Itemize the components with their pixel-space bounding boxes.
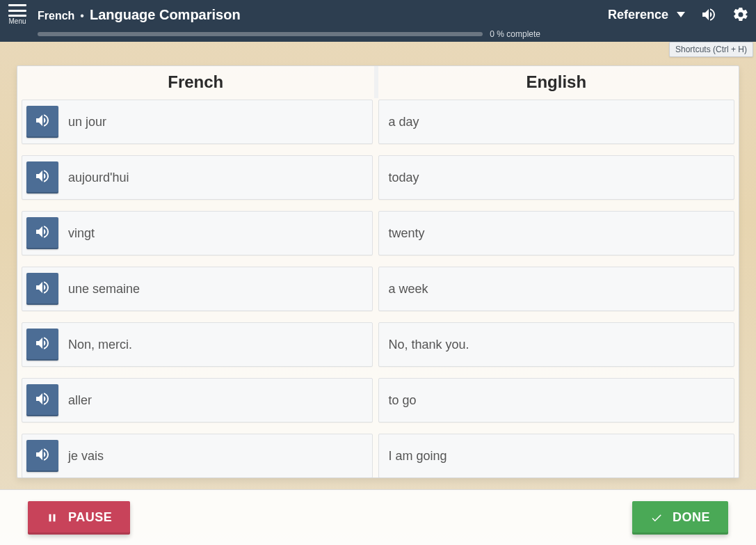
play-audio-button[interactable] — [26, 161, 58, 193]
english-cell: twenty — [378, 211, 735, 255]
speaker-icon — [34, 279, 51, 299]
french-text: un jour — [68, 115, 106, 129]
menu-button[interactable]: Menu — [4, 3, 31, 26]
french-text: aller — [68, 393, 92, 408]
comparison-card: French English un joura dayaujourd'huito… — [17, 65, 739, 478]
entry-row: une semainea week — [22, 267, 734, 311]
title-separator: • — [80, 10, 84, 22]
hamburger-icon — [8, 4, 26, 17]
english-text: twenty — [389, 226, 425, 241]
entry-row: aujourd'huitoday — [22, 155, 734, 200]
top-bar: Menu French • Language Comparison Refere… — [0, 0, 756, 29]
progress-bar-row: 0 % complete — [0, 29, 756, 42]
reference-dropdown[interactable]: Reference — [608, 8, 685, 22]
shortcuts-chip[interactable]: Shortcuts (Ctrl + H) — [669, 42, 753, 57]
english-text: I am going — [389, 449, 447, 464]
english-cell: a day — [378, 100, 735, 144]
speaker-icon — [34, 390, 51, 410]
done-button[interactable]: DONE — [632, 501, 728, 535]
entry-row: allerto go — [22, 378, 734, 422]
title-language: French — [38, 10, 74, 22]
play-audio-button[interactable] — [26, 329, 58, 361]
entries-list[interactable]: un joura dayaujourd'huitodayvingttwentyu… — [17, 98, 739, 477]
english-text: No, thank you. — [389, 338, 469, 352]
done-label: DONE — [673, 510, 710, 525]
english-cell: No, thank you. — [378, 322, 735, 367]
speaker-icon — [34, 168, 51, 187]
french-cell: vingt — [22, 211, 373, 255]
play-audio-button[interactable] — [26, 106, 58, 138]
play-audio-button[interactable] — [26, 273, 58, 305]
pause-icon — [46, 512, 58, 524]
english-cell: a week — [378, 267, 735, 311]
chevron-down-icon — [677, 12, 685, 17]
menu-label: Menu — [8, 18, 26, 25]
footer-bar: PAUSE DONE — [0, 489, 756, 545]
shortcuts-label: Shortcuts (Ctrl + H) — [675, 45, 747, 54]
entry-row: vingttwenty — [22, 211, 734, 255]
header-french: French — [17, 66, 378, 98]
french-text: vingt — [68, 226, 95, 241]
entry-row: Non, merci.No, thank you. — [22, 322, 734, 367]
french-cell: aujourd'hui — [22, 155, 373, 200]
pause-button[interactable]: PAUSE — [28, 501, 130, 535]
french-cell: un jour — [22, 100, 373, 144]
english-text: to go — [389, 393, 417, 408]
entry-row: un joura day — [22, 100, 734, 144]
speaker-icon — [34, 446, 51, 466]
progress-bar[interactable] — [38, 32, 483, 36]
french-cell: une semaine — [22, 267, 373, 311]
page-title-group: French • Language Comparison — [38, 7, 241, 23]
speaker-icon — [34, 335, 51, 354]
play-audio-button[interactable] — [26, 440, 58, 472]
english-text: a week — [389, 282, 428, 297]
french-text: Non, merci. — [68, 338, 132, 352]
english-cell: to go — [378, 378, 735, 422]
progress-text: 0 % complete — [490, 29, 540, 39]
speaker-icon — [34, 223, 51, 243]
header-english: English — [378, 66, 739, 98]
english-text: a day — [389, 115, 419, 129]
pause-label: PAUSE — [68, 510, 112, 525]
french-cell: Non, merci. — [22, 322, 373, 367]
volume-button[interactable] — [700, 6, 717, 23]
volume-icon — [700, 6, 717, 23]
reference-label: Reference — [608, 8, 668, 22]
column-headers: French English — [17, 66, 739, 98]
french-text: une semaine — [68, 282, 140, 297]
page-title: Language Comparison — [90, 7, 241, 23]
play-audio-button[interactable] — [26, 217, 58, 249]
french-text: je vais — [68, 449, 104, 464]
french-cell: je vais — [22, 434, 373, 477]
english-text: today — [389, 171, 419, 185]
french-cell: aller — [22, 378, 373, 422]
english-cell: today — [378, 155, 735, 200]
speaker-icon — [34, 112, 51, 132]
entry-row: je vaisI am going — [22, 434, 734, 477]
settings-button[interactable] — [732, 6, 749, 23]
english-cell: I am going — [378, 434, 735, 477]
french-text: aujourd'hui — [68, 171, 129, 185]
gear-icon — [732, 6, 749, 23]
play-audio-button[interactable] — [26, 384, 58, 416]
check-icon — [650, 512, 663, 524]
